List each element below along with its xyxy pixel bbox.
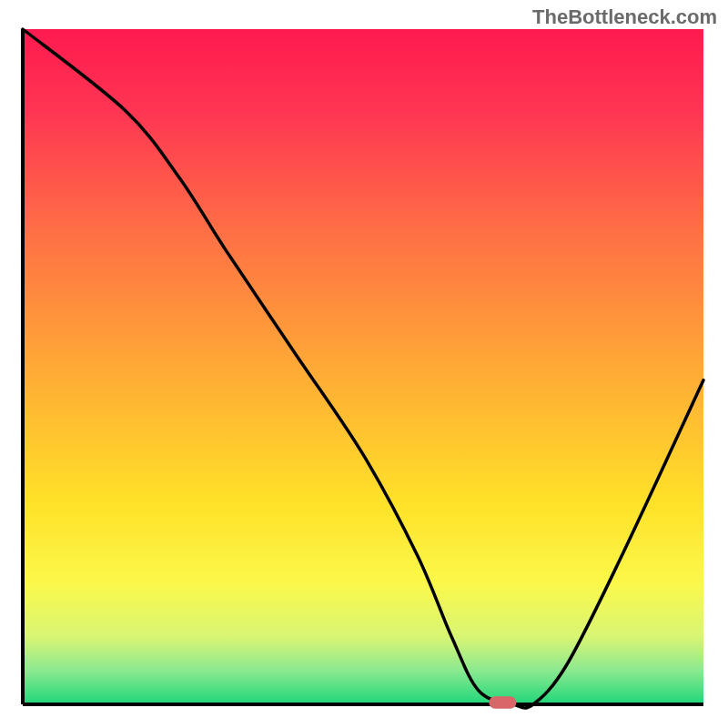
- plot-background: [23, 29, 703, 704]
- chart-container: TheBottleneck.com: [0, 0, 728, 728]
- bottleneck-chart: [0, 0, 728, 728]
- watermark-text: TheBottleneck.com: [532, 5, 717, 29]
- optimum-marker: [489, 696, 516, 708]
